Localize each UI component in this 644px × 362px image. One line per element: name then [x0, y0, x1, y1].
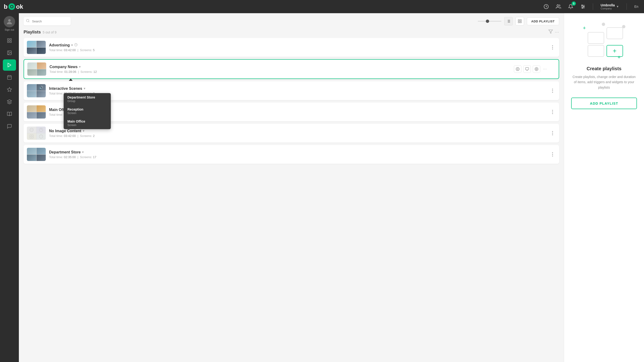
- dropdown-item-subtitle: Screen: [68, 112, 107, 115]
- create-playlists-desc: Create playlists, change order and durat…: [571, 74, 637, 90]
- filter-icon-btn[interactable]: [548, 29, 553, 35]
- thumb-cell: [27, 112, 36, 119]
- zoom-slider[interactable]: [478, 21, 502, 22]
- dropdown-item-main-office[interactable]: Main Office Screen: [64, 117, 111, 129]
- svg-rect-12: [10, 41, 11, 42]
- thumb-cell: [27, 62, 37, 69]
- playlist-chevron[interactable]: ▾: [83, 129, 84, 133]
- svg-rect-16: [8, 76, 12, 80]
- playlist-meta: Total time: 00:32:45 | Screens: 3: [49, 92, 547, 95]
- playlist-thumb-advertising: [27, 41, 46, 54]
- svg-rect-11: [8, 41, 9, 42]
- sidebar-item-playlists[interactable]: [3, 60, 16, 71]
- playlist-settings-btn[interactable]: [533, 65, 540, 73]
- sidebar-item-messages[interactable]: [3, 121, 16, 132]
- svg-marker-21: [7, 100, 12, 102]
- thumb-cell: [36, 41, 46, 47]
- avatar[interactable]: [4, 16, 15, 27]
- add-playlist-big-btn[interactable]: ADD PLAYLIST: [571, 98, 637, 109]
- company-more-btn[interactable]: ···: [543, 67, 547, 71]
- topnav: b ok 5 Umbrella Company ▼ En: [0, 0, 644, 13]
- svg-rect-10: [10, 39, 11, 40]
- sidebar: Sign out: [0, 13, 19, 362]
- playlist-chevron[interactable]: ▾: [82, 150, 84, 154]
- search-input[interactable]: [24, 17, 71, 26]
- sidebar-item-media[interactable]: [3, 47, 16, 58]
- svg-point-43: [30, 128, 33, 132]
- playlist-name: Interactive Scenes ▾: [49, 86, 547, 91]
- company-sub: Company: [601, 7, 615, 10]
- grid-view-btn[interactable]: [516, 17, 524, 26]
- right-panel: + + + Create playlists Create playlists,…: [564, 13, 644, 362]
- playlist-name-text: Interactive Scenes: [49, 86, 82, 91]
- users-icon-btn[interactable]: [554, 2, 563, 11]
- playlist-meta: Total time: 00:??:?? | Screens: ?: [49, 113, 547, 116]
- svg-rect-33: [520, 22, 521, 23]
- company-selector[interactable]: Umbrella Company ▼: [599, 2, 621, 11]
- plus-icon-main: +: [613, 47, 616, 55]
- sidebar-item-dashboard[interactable]: [3, 35, 16, 46]
- playlist-name: Main Office ▾: [49, 108, 547, 112]
- notifications-badge: 5: [572, 2, 576, 6]
- playlist-item-dept-store: Department Store ▾ Total time: 02:35:00 …: [24, 145, 559, 164]
- playlist-menu-btn-mainoffice[interactable]: [549, 109, 556, 115]
- playlist-menu-btn-dept[interactable]: [549, 151, 556, 158]
- thumb-cell: [27, 126, 36, 133]
- playlist-info: Department Store ▾ Total time: 02:35:00 …: [49, 150, 547, 159]
- thumb-cell: [36, 126, 46, 133]
- playlist-info: Company News ▾ Total time: 01:28:06 | Sc…: [50, 65, 514, 74]
- playlist-chevron[interactable]: ▾: [71, 43, 73, 47]
- playlist-name: Advertising ▾: [49, 43, 547, 47]
- playlist-menu-btn-interactive[interactable]: [549, 88, 556, 94]
- playlists-header: Playlists 5 out of 9 ···: [24, 29, 559, 35]
- illustration-card: [588, 45, 604, 57]
- sidebar-nav: [0, 35, 19, 132]
- sidebar-item-favorites[interactable]: [3, 84, 16, 95]
- playlist-meta: Total time: 02:35:00 | Screens: 17: [49, 155, 547, 159]
- logo-b: b: [4, 3, 8, 10]
- thumb-cell: [27, 105, 36, 112]
- dropdown-item-reception[interactable]: Reception Screen: [64, 105, 111, 117]
- logo-icon-inner: [10, 5, 14, 8]
- dropdown-item-subtitle: Screen: [68, 124, 107, 127]
- playlist-menu-btn-noimage[interactable]: [549, 130, 556, 136]
- playlist-item-interactive: 🔊 Interactive Scenes ▾ Total time: 00:32…: [24, 81, 559, 100]
- list-view-btn[interactable]: [504, 17, 513, 26]
- playlist-info: Main Office ▾ Total time: 00:??:?? | Scr…: [49, 108, 547, 116]
- logo-ok: ok: [16, 3, 23, 10]
- add-content-btn[interactable]: [514, 65, 522, 73]
- playlists-count: 5 out of 9: [43, 30, 56, 34]
- analytics-icon-btn[interactable]: [542, 2, 550, 11]
- content: ADD PLAYLIST Playlists 5 out of 9 ···: [19, 13, 564, 362]
- thumb-cell: [27, 48, 36, 54]
- playlist-chevron[interactable]: ▾: [79, 65, 80, 68]
- lang-selector[interactable]: En: [632, 4, 640, 10]
- sidebar-item-layers[interactable]: [3, 96, 16, 108]
- dropdown-popup: Department Store Group Reception Screen …: [64, 93, 111, 129]
- playlist-item-advertising: Advertising ▾ Total time: 03:42:00 | Scr…: [24, 38, 559, 57]
- thumb-cell: [27, 91, 36, 98]
- signout-label[interactable]: Sign out: [5, 28, 14, 31]
- playlist-menu-btn-advertising[interactable]: [549, 44, 556, 51]
- dropdown-item-dept-store[interactable]: Department Store Group: [64, 93, 111, 105]
- svg-rect-48: [30, 135, 33, 138]
- assign-screen-btn[interactable]: [523, 65, 531, 73]
- thumb-cell: [27, 148, 36, 154]
- sidebar-item-books[interactable]: [3, 108, 16, 120]
- logo: b ok: [4, 3, 23, 10]
- settings-icon-btn[interactable]: [579, 2, 587, 11]
- playlist-name-text: Department Store: [49, 150, 80, 154]
- svg-point-7: [582, 8, 583, 8]
- playlists-title: Playlists: [24, 30, 41, 35]
- search-icon: [26, 19, 30, 24]
- thumb-cell: [36, 148, 46, 154]
- notifications-icon-btn[interactable]: 5: [566, 2, 575, 11]
- svg-rect-30: [518, 20, 519, 21]
- create-playlists-title: Create playlists: [587, 66, 622, 72]
- playlist-info: Interactive Scenes ▾ Total time: 00:32:4…: [49, 86, 547, 95]
- playlist-chevron[interactable]: ▾: [84, 87, 85, 90]
- more-options-btn[interactable]: ···: [555, 30, 559, 35]
- sidebar-item-schedule[interactable]: [3, 72, 16, 83]
- add-playlist-btn[interactable]: ADD PLAYLIST: [527, 18, 559, 25]
- playlist-name: Company News ▾: [50, 65, 514, 69]
